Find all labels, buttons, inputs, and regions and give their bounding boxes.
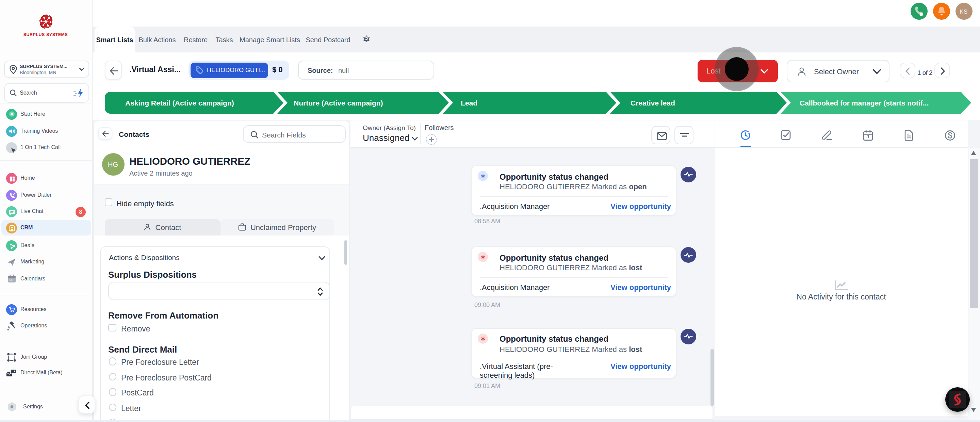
svg-text:Creative lead: Creative lead — [630, 99, 675, 107]
svg-text:Callbooked for manager (starts: Callbooked for manager (starts notif... — [800, 99, 929, 107]
svg-text:Asking Retail (Active campaign: Asking Retail (Active campaign) — [125, 99, 234, 107]
svg-text:Lead: Lead — [461, 99, 477, 107]
svg-text:Nurture (Active campaign): Nurture (Active campaign) — [294, 99, 383, 107]
